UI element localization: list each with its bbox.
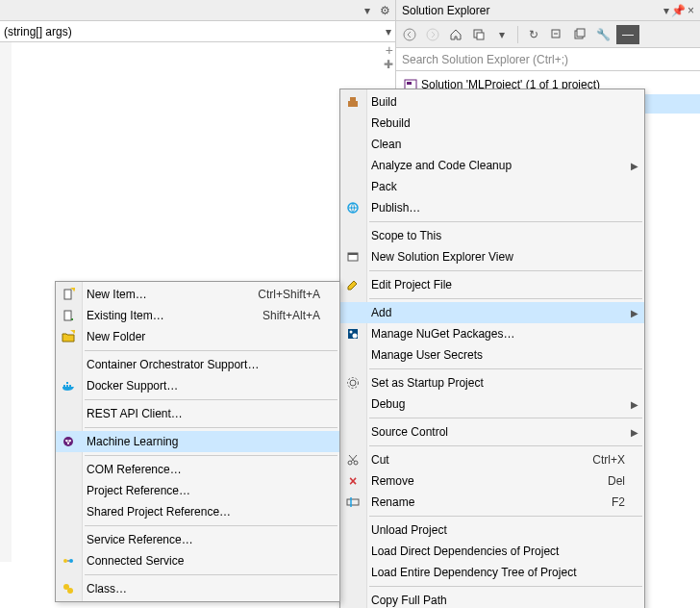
editor-breadcrumb-bar: (string[] args) ▾	[0, 21, 395, 42]
add-menu-item-existing-item[interactable]: Existing Item…Shift+Alt+A	[56, 305, 339, 326]
add-menu-item-new-folder[interactable]: ✦New Folder	[56, 326, 339, 347]
menu-separator	[369, 445, 642, 446]
add-menu-item-machine-learning[interactable]: Machine Learning	[56, 431, 339, 452]
remove-icon: ×	[345, 473, 361, 489]
svg-rect-16	[348, 253, 358, 255]
svg-point-42	[67, 588, 73, 594]
menu-item-label: Connected Service	[87, 554, 184, 568]
project-menu-item-publish[interactable]: Publish…	[340, 197, 644, 218]
add-menu-item-shared-project-reference[interactable]: Shared Project Reference…	[56, 501, 339, 522]
menu-item-label: Source Control	[371, 425, 448, 439]
add-menu-item-new-item[interactable]: ✦New Item…Ctrl+Shift+A	[56, 284, 339, 305]
cut-icon	[345, 452, 361, 468]
project-menu-item-source-control[interactable]: Source Control▶	[340, 421, 644, 443]
svg-point-38	[63, 559, 67, 563]
menu-item-label: Shared Project Reference…	[87, 505, 231, 519]
add-menu-item-class[interactable]: Class…	[56, 578, 339, 599]
submenu-arrow-icon: ▶	[631, 308, 638, 318]
project-menu-item-set-as-startup-project[interactable]: Set as Startup Project	[340, 372, 644, 393]
preview-icon[interactable]: —	[616, 25, 639, 44]
add-menu-item-rest-api-client[interactable]: REST API Client…	[56, 403, 339, 424]
project-menu-item-rename[interactable]: RenameF2	[340, 492, 644, 513]
add-menu-item-project-reference[interactable]: Project Reference…	[56, 480, 339, 501]
nuget-icon	[345, 326, 361, 342]
editor-expand-icon[interactable]: +	[386, 42, 393, 58]
menu-item-label: Manage User Secrets	[371, 348, 483, 362]
svg-rect-30	[63, 385, 65, 387]
svg-point-18	[350, 331, 353, 334]
editor-top-toolbar: ▾ ⚙	[0, 0, 395, 21]
add-menu-item-container-orchestrator-support[interactable]: Container Orchestrator Support…	[56, 354, 339, 375]
menu-item-label: Copy Full Path	[371, 594, 447, 607]
svg-point-0	[404, 29, 415, 40]
menu-item-label: Container Orchestrator Support…	[87, 358, 259, 371]
project-menu-item-pack[interactable]: Pack	[340, 176, 644, 197]
menu-item-label: Rebuild	[371, 116, 411, 130]
menu-separator	[85, 399, 338, 400]
pin-icon[interactable]: 📌	[671, 4, 686, 17]
add-menu-item-connected-service[interactable]: Connected Service	[56, 550, 339, 571]
switch-views-icon[interactable]	[469, 25, 488, 44]
editor-split-icon[interactable]: ✚	[384, 58, 393, 71]
properties-icon[interactable]: 🔧	[593, 25, 612, 44]
menu-item-label: Edit Project File	[371, 278, 452, 291]
project-menu-item-cut[interactable]: CutCtrl+X	[340, 449, 644, 470]
close-icon[interactable]: ×	[688, 4, 694, 17]
svg-rect-7	[577, 29, 585, 37]
back-icon[interactable]	[400, 25, 419, 44]
add-menu-item-docker-support[interactable]: Docker Support…	[56, 375, 339, 396]
menu-separator	[369, 516, 642, 517]
forward-icon[interactable]	[423, 25, 442, 44]
project-menu-item-copy-full-path[interactable]: Copy Full Path	[340, 590, 644, 608]
project-menu-item-remove[interactable]: ×RemoveDel	[340, 470, 644, 492]
connsvc-icon	[61, 553, 76, 569]
collapse-all-icon[interactable]	[547, 25, 566, 44]
svg-point-39	[69, 559, 73, 563]
project-menu-item-rebuild[interactable]: Rebuild	[340, 113, 644, 134]
svg-rect-24	[347, 499, 359, 505]
add-menu-item-service-reference[interactable]: Service Reference…	[56, 529, 339, 550]
project-menu-item-unload-project[interactable]: Unload Project	[340, 519, 644, 541]
menu-item-label: Clean	[371, 138, 401, 151]
project-menu-item-analyze-and-code-cleanup[interactable]: Analyze and Code Cleanup▶	[340, 155, 644, 176]
project-menu-item-clean[interactable]: Clean	[340, 134, 644, 155]
menu-separator	[85, 525, 338, 526]
project-menu-item-build[interactable]: Build	[340, 91, 644, 113]
project-menu-item-manage-user-secrets[interactable]: Manage User Secrets	[340, 344, 644, 366]
solution-explorer-search[interactable]: Search Solution Explorer (Ctrl+;)	[396, 48, 700, 71]
menu-separator	[369, 368, 642, 369]
dropdown-icon[interactable]: ▾	[492, 25, 512, 44]
add-menu-item-com-reference[interactable]: COM Reference…	[56, 459, 339, 480]
project-menu-item-new-solution-explorer-view[interactable]: New Solution Explorer View	[340, 246, 644, 267]
home-icon[interactable]	[446, 25, 465, 44]
project-menu-item-load-entire-dependency-tree-of-project[interactable]: Load Entire Dependency Tree of Project	[340, 562, 644, 583]
refresh-icon[interactable]: ↻	[524, 25, 543, 44]
show-all-files-icon[interactable]	[570, 25, 589, 44]
project-menu-item-scope-to-this[interactable]: Scope to This	[340, 225, 644, 246]
gear-icon	[345, 375, 361, 391]
svg-rect-3	[477, 33, 484, 39]
menu-separator	[85, 574, 338, 575]
breadcrumb-dropdown-icon[interactable]: ▾	[386, 25, 391, 38]
svg-point-34	[63, 437, 73, 446]
submenu-arrow-icon: ▶	[631, 427, 638, 438]
svg-rect-28	[64, 311, 71, 320]
window-position-icon[interactable]: ▾	[663, 4, 669, 17]
project-menu-item-manage-nuget-packages[interactable]: Manage NuGet Packages…	[340, 323, 644, 344]
solution-explorer-titlebar: Solution Explorer ▾ 📌 ×	[396, 0, 700, 21]
add-submenu: ✦New Item…Ctrl+Shift+AExisting Item…Shif…	[55, 281, 340, 602]
menu-item-label: COM Reference…	[87, 463, 182, 476]
solution-explorer-toolbar: ▾ ↻ 🔧 —	[396, 21, 700, 48]
docker-icon	[61, 378, 76, 393]
project-menu-item-debug[interactable]: Debug▶	[340, 393, 644, 415]
project-menu-item-load-direct-dependencies-of-project[interactable]: Load Direct Dependencies of Project	[340, 541, 644, 562]
menu-item-label: Load Entire Dependency Tree of Project	[371, 566, 576, 579]
menu-item-label: Existing Item…	[87, 309, 164, 322]
svg-point-1	[427, 29, 438, 40]
menu-shortcut: Shift+Alt+A	[234, 309, 320, 322]
gear-icon[interactable]: ⚙	[378, 4, 391, 17]
project-menu-item-add[interactable]: Add▶	[340, 302, 644, 323]
project-menu-item-edit-project-file[interactable]: Edit Project File	[340, 274, 644, 295]
dropdown-arrow-icon[interactable]: ▾	[361, 4, 374, 17]
menu-separator	[369, 586, 642, 587]
